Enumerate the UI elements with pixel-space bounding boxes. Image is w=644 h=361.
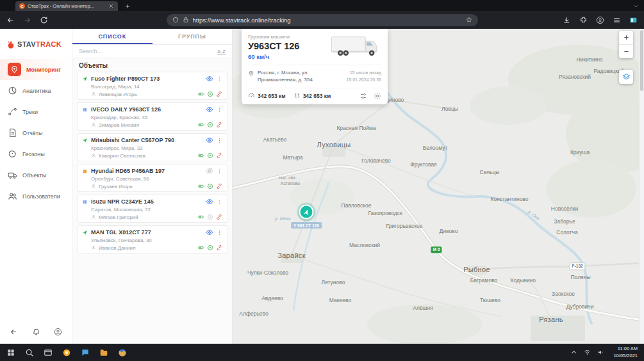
panels-icon[interactable] [629, 16, 638, 24]
sidebar-item[interactable]: Треки [0, 101, 72, 122]
chat-icon[interactable] [81, 348, 90, 357]
vehicle-list-item[interactable]: MAN TGL Х012СТ 777 Ульяновск, Гончарова,… [77, 225, 227, 253]
kebab-menu-icon[interactable] [217, 168, 222, 175]
browser-tab[interactable]: C СтавТрак - Онлайн монитор... [15, 1, 118, 11]
vehicle-type: Грузовая машина [248, 34, 326, 40]
vehicle-marker-plate[interactable]: У 963 СТ 126 [291, 222, 322, 229]
toolbar-actions [563, 16, 638, 24]
vehicle-list-item[interactable]: Hyundai HD65 Р456АВ 197 Оренбург, Советс… [77, 164, 227, 192]
vehicle-status-icon [82, 107, 88, 113]
page-scrollbar[interactable] [639, 29, 644, 344]
sidebar-item[interactable]: Пользователи [0, 186, 72, 207]
gear-icon[interactable] [374, 92, 381, 100]
vehicle-address: Ульяновск, Гончарова, 30 [82, 236, 222, 245]
tab-list-chevron-icon[interactable] [633, 3, 639, 9]
sidebar-item[interactable]: Объекты [0, 164, 72, 186]
search-input[interactable] [79, 48, 213, 54]
eye-icon[interactable] [206, 136, 213, 144]
panel-tab[interactable]: СПИСОК [72, 29, 153, 44]
ignition-icon [207, 152, 213, 159]
menu-icon[interactable] [613, 16, 621, 24]
kebab-menu-icon[interactable] [217, 76, 222, 83]
folder-icon[interactable] [99, 348, 108, 357]
app-content: STAVTRACK Мониторинг Аналитика Треки [0, 29, 644, 344]
zoom-out-button[interactable] [619, 45, 633, 58]
vehicle-list-item[interactable]: Mitsubishi Canter С567ОР 790 Красноярск,… [77, 133, 227, 161]
logo-flame-icon [5, 38, 15, 50]
eye-icon[interactable] [206, 75, 213, 83]
gauge-icon [248, 92, 255, 99]
last-update-time: 15 часов назад 15.01.2024 20:35 [347, 70, 382, 84]
software-icon[interactable] [62, 348, 71, 357]
vehicle-list-item[interactable]: Isuzu NPR С234УЕ 145 Саратов, Московская… [77, 195, 227, 223]
taskbar: 11:00 AM 10/05/2021 [0, 344, 644, 361]
profile-icon[interactable] [596, 16, 604, 24]
scrollbar-thumb[interactable] [640, 30, 643, 91]
vehicle-address: Краснодар, Красная, 45 [82, 113, 222, 122]
bell-icon[interactable] [32, 328, 40, 336]
wifi-icon[interactable] [584, 349, 591, 356]
vehicle-name: Hyundai HD65 Р456АВ 197 [91, 168, 202, 174]
kebab-menu-icon[interactable] [217, 229, 222, 236]
kebab-menu-icon[interactable] [217, 106, 222, 113]
sidebar-item[interactable]: Отчёты [0, 122, 72, 143]
puzzle-icon[interactable] [579, 16, 588, 24]
eye-icon[interactable] [206, 229, 213, 236]
kebab-menu-icon[interactable] [217, 198, 222, 205]
tracks-icon [8, 107, 17, 116]
vehicle-heading-icon [302, 208, 311, 216]
files-icon[interactable] [44, 348, 53, 357]
site-favicon: C [19, 3, 25, 9]
vehicle-driver: Каварин Светослав [99, 153, 195, 159]
eye-icon[interactable] [206, 198, 213, 205]
clock-date: 10/05/2021 [613, 353, 638, 360]
logo: STAVTRACK [0, 29, 72, 56]
taskbar-clock[interactable]: 11:00 AM 10/05/2021 [613, 346, 638, 360]
tab-close-icon[interactable] [108, 3, 114, 9]
profile-icon[interactable] [54, 328, 62, 336]
bookmark-star-icon[interactable] [466, 17, 472, 23]
map-canvas[interactable]: НикиткиноРязановскийРадовицкийСергиевски… [233, 29, 639, 344]
kebab-menu-icon[interactable] [217, 137, 222, 144]
sidebar-item-label: Объекты [22, 172, 46, 179]
back-icon[interactable] [10, 328, 18, 336]
vehicle-status-icon [82, 168, 88, 174]
battery-icon [198, 152, 204, 159]
vehicle-info-card: Грузовая машина У963СТ 126 60 км/ч Росси… [242, 29, 388, 104]
sidebar-item-label: Отчёты [22, 130, 42, 136]
vehicle-name: MAN TGL Х012СТ 777 [91, 229, 202, 236]
sidebar-item-label: Мониторинг [26, 67, 61, 73]
url-bar[interactable]: https://www.stavtrack.online/tracking [167, 14, 478, 26]
panel-tab[interactable]: ГРУППЫ [153, 29, 233, 44]
vehicle-address: Саратов, Московская, 72 [82, 205, 222, 214]
chevron-up-icon[interactable] [570, 349, 577, 356]
forward-button[interactable] [23, 16, 31, 24]
vehicle-list-item[interactable]: Fuso Fighter Р890СТ 173 Волгоград, Мира,… [77, 72, 227, 100]
download-icon[interactable] [563, 16, 571, 24]
sidebar-item[interactable]: Аналитика [0, 80, 72, 101]
firefox-icon[interactable] [118, 348, 127, 357]
sidebar-item[interactable]: Геозоны [0, 143, 72, 164]
sidebar-item[interactable]: Мониторинг [0, 59, 72, 80]
vehicle-list-item[interactable]: IVECO DAILY У963СТ 126 Краснодар, Красна… [77, 102, 227, 131]
launcher-icon[interactable] [6, 348, 15, 357]
battery-icon [198, 214, 204, 220]
objects-panel: СПИСОКГРУППЫ A-Z Объекты Fuso Fighter Р8… [72, 29, 233, 344]
url-text[interactable]: https://www.stavtrack.online/tracking [193, 17, 462, 24]
sidebar-item-label: Треки [22, 109, 38, 115]
reload-button[interactable] [40, 16, 48, 24]
new-tab-icon[interactable] [124, 3, 131, 10]
vehicle-marker[interactable] [299, 205, 314, 220]
eye-icon[interactable] [206, 106, 213, 113]
tune-icon[interactable] [359, 92, 367, 100]
minus-icon [623, 48, 630, 55]
sort-button[interactable]: A-Z [217, 49, 226, 54]
eye-off-icon[interactable] [206, 167, 213, 175]
shield-icon[interactable] [172, 17, 179, 23]
map-layers-button[interactable] [619, 70, 633, 84]
back-button[interactable] [6, 16, 15, 24]
volume-icon[interactable] [597, 349, 604, 356]
zoom-in-button[interactable] [619, 31, 633, 44]
search-icon[interactable] [25, 348, 34, 357]
battery-icon [198, 122, 204, 128]
